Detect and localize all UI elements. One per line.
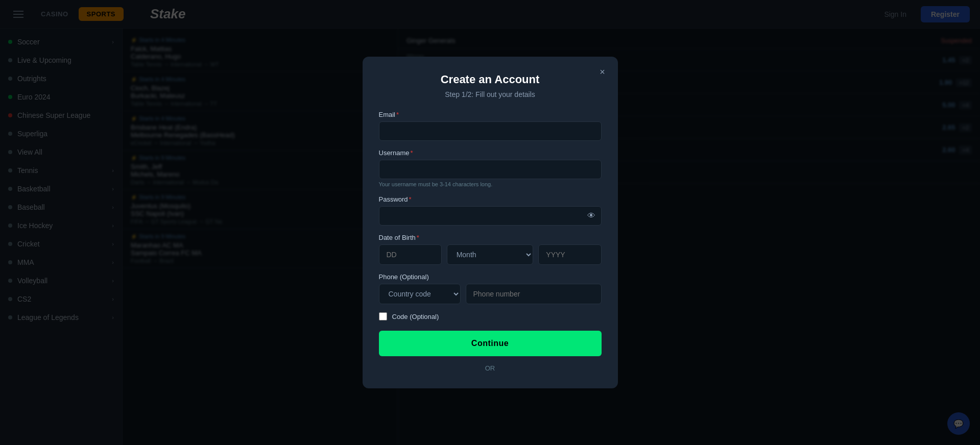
email-label: Email* bbox=[379, 111, 602, 118]
password-wrapper: 👁 bbox=[379, 206, 602, 226]
dob-inputs: Month January February March April May J… bbox=[379, 244, 602, 265]
modal-close-button[interactable]: × bbox=[595, 65, 610, 79]
modal-title: Create an Account bbox=[379, 73, 602, 86]
dob-label: Date of Birth* bbox=[379, 234, 602, 241]
password-input[interactable] bbox=[379, 206, 602, 226]
dob-dd-input[interactable] bbox=[379, 244, 442, 265]
code-label[interactable]: Code (Optional) bbox=[392, 313, 439, 320]
continue-button[interactable]: Continue bbox=[379, 331, 602, 356]
password-label: Password* bbox=[379, 195, 602, 203]
phone-inputs: Country code bbox=[379, 284, 602, 304]
dob-yyyy-input[interactable] bbox=[538, 244, 601, 265]
phone-label: Phone (Optional) bbox=[379, 273, 602, 281]
email-group: Email* bbox=[379, 111, 602, 141]
password-group: Password* 👁 bbox=[379, 195, 602, 226]
phone-group: Phone (Optional) Country code bbox=[379, 273, 602, 304]
modal-subtitle: Step 1/2: Fill out your details bbox=[379, 90, 602, 98]
username-group: Username* Your username must be 3-14 cha… bbox=[379, 149, 602, 187]
dob-month-select[interactable]: Month January February March April May J… bbox=[447, 244, 534, 265]
code-checkbox[interactable] bbox=[379, 312, 387, 320]
password-toggle-button[interactable]: 👁 bbox=[587, 211, 595, 220]
username-label: Username* bbox=[379, 149, 602, 157]
modal-overlay: × Create an Account Step 1/2: Fill out y… bbox=[0, 0, 980, 445]
or-divider: OR bbox=[379, 364, 602, 372]
code-group: Code (Optional) bbox=[379, 312, 602, 320]
username-hint: Your username must be 3-14 characters lo… bbox=[379, 181, 602, 187]
email-input[interactable] bbox=[379, 121, 602, 141]
dob-group: Date of Birth* Month January February Ma… bbox=[379, 234, 602, 265]
phone-number-input[interactable] bbox=[466, 284, 602, 304]
username-input[interactable] bbox=[379, 160, 602, 179]
country-code-select[interactable]: Country code bbox=[379, 284, 461, 304]
create-account-modal: × Create an Account Step 1/2: Fill out y… bbox=[363, 57, 618, 388]
